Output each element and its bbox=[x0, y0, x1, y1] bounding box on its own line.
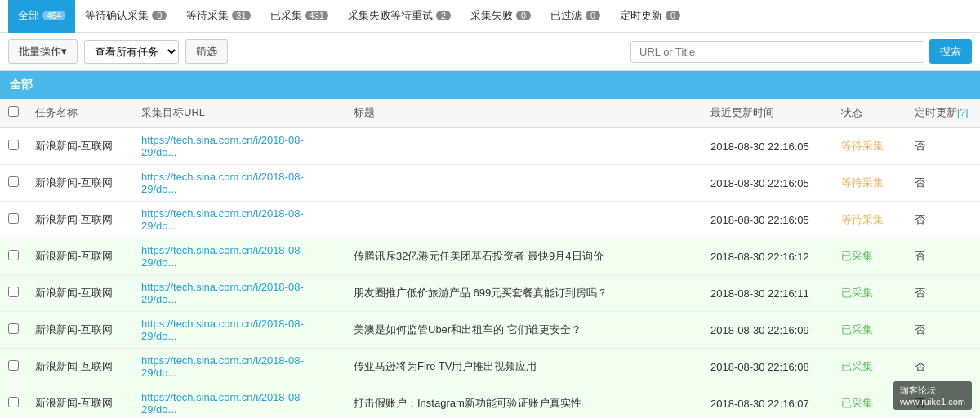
timer-help-link[interactable]: [?] bbox=[957, 107, 968, 118]
task-name: 新浪新闻-互联网 bbox=[27, 202, 133, 238]
task-title bbox=[345, 127, 702, 165]
table-row: 新浪新闻-互联网https://tech.sina.com.cn/i/2018-… bbox=[0, 127, 980, 165]
status-badge: 等待采集 bbox=[833, 165, 906, 202]
task-url[interactable]: https://tech.sina.com.cn/i/2018-08-29/do… bbox=[141, 281, 304, 305]
header-task-name: 任务名称 bbox=[27, 99, 133, 127]
task-timer: 否 bbox=[906, 312, 980, 349]
task-title bbox=[345, 202, 702, 238]
header-checkbox[interactable] bbox=[0, 99, 27, 127]
watermark-line1: 瑞客论坛 bbox=[900, 385, 965, 397]
task-time: 2018-08-30 22:16:12 bbox=[702, 238, 833, 275]
tab-badge-failed: 0 bbox=[516, 11, 531, 20]
status-badge: 已采集 bbox=[833, 238, 906, 275]
row-checkbox[interactable] bbox=[8, 140, 19, 150]
row-checkbox[interactable] bbox=[8, 397, 19, 407]
status-badge: 等待采集 bbox=[833, 127, 906, 165]
tab-badge-filtered: 0 bbox=[586, 11, 600, 20]
tab-item-retry[interactable]: 采集失败等待重试 2 bbox=[338, 0, 461, 33]
task-url[interactable]: https://tech.sina.com.cn/i/2018-08-29/do… bbox=[141, 318, 304, 342]
tab-bar: 全部 464等待确认采集 0等待采集 31已采集 431采集失败等待重试 2采集… bbox=[0, 0, 980, 33]
search-button[interactable]: 搜索 bbox=[929, 39, 972, 64]
row-checkbox[interactable] bbox=[8, 360, 19, 371]
task-url[interactable]: https://tech.sina.com.cn/i/2018-08-29/do… bbox=[141, 354, 304, 379]
table-row: 新浪新闻-互联网https://tech.sina.com.cn/i/2018-… bbox=[0, 275, 980, 312]
tab-badge-waiting: 31 bbox=[232, 11, 250, 20]
view-select[interactable]: 查看所有任务 bbox=[84, 40, 179, 64]
task-title bbox=[345, 165, 702, 202]
header-timer: 定时更新[?] bbox=[906, 99, 980, 127]
header-timer-label: 定时更新 bbox=[915, 106, 957, 118]
table-row: 新浪新闻-互联网https://tech.sina.com.cn/i/2018-… bbox=[0, 238, 980, 275]
tab-badge-confirm: 0 bbox=[152, 11, 167, 20]
header-time: 最近更新时间 bbox=[702, 99, 833, 127]
task-timer: 否 bbox=[906, 165, 980, 202]
task-name: 新浪新闻-互联网 bbox=[27, 385, 133, 419]
task-name: 新浪新闻-互联网 bbox=[27, 127, 133, 165]
task-time: 2018-08-30 22:16:07 bbox=[702, 385, 833, 419]
row-checkbox[interactable] bbox=[8, 250, 19, 260]
task-time: 2018-08-30 22:16:05 bbox=[702, 165, 833, 202]
task-name: 新浪新闻-互联网 bbox=[27, 275, 133, 312]
header-url: 采集目标URL bbox=[133, 99, 345, 127]
select-all-checkbox[interactable] bbox=[8, 106, 19, 117]
header-status: 状态 bbox=[833, 99, 906, 127]
task-title: 美澳是如何监管Uber和出租车的 它们谁更安全？ bbox=[345, 312, 702, 349]
table-row: 新浪新闻-互联网https://tech.sina.com.cn/i/2018-… bbox=[0, 312, 980, 349]
search-input[interactable] bbox=[630, 41, 924, 63]
table-row: 新浪新闻-互联网https://tech.sina.com.cn/i/2018-… bbox=[0, 165, 980, 202]
section-title: 全部 bbox=[10, 78, 33, 91]
tab-badge-collected: 431 bbox=[305, 11, 328, 20]
task-title: 打击假账户：Instagram新功能可验证账户真实性 bbox=[345, 385, 702, 419]
batch-action-button[interactable]: 批量操作▾ bbox=[8, 39, 78, 64]
task-timer: 否 bbox=[906, 238, 980, 275]
tab-item-collected[interactable]: 已采集 431 bbox=[261, 0, 338, 33]
toolbar-right: 搜索 bbox=[630, 39, 972, 64]
tab-item-timed[interactable]: 定时更新 0 bbox=[610, 0, 690, 33]
task-url[interactable]: https://tech.sina.com.cn/i/2018-08-29/do… bbox=[141, 244, 304, 269]
status-badge: 已采集 bbox=[833, 312, 906, 349]
tab-item-confirm[interactable]: 等待确认采集 0 bbox=[75, 0, 176, 33]
task-time: 2018-08-30 22:16:09 bbox=[702, 312, 833, 349]
toolbar: 批量操作▾ 查看所有任务 筛选 搜索 bbox=[0, 33, 980, 71]
task-timer: 否 bbox=[906, 349, 980, 385]
status-badge: 等待采集 bbox=[833, 202, 906, 238]
tab-badge-all: 464 bbox=[42, 11, 65, 20]
task-title: 传亚马逊将为Fire TV用户推出视频应用 bbox=[345, 349, 702, 385]
task-url[interactable]: https://tech.sina.com.cn/i/2018-08-29/do… bbox=[141, 391, 304, 416]
watermark: 瑞客论坛 www.ruike1.com bbox=[893, 381, 972, 410]
data-table: 任务名称 采集目标URL 标题 最近更新时间 状态 定时更新[?] 新浪新闻-互… bbox=[0, 99, 980, 418]
table-body: 新浪新闻-互联网https://tech.sina.com.cn/i/2018-… bbox=[0, 127, 980, 418]
task-time: 2018-08-30 22:16:11 bbox=[702, 275, 833, 312]
task-name: 新浪新闻-互联网 bbox=[27, 349, 133, 385]
task-timer: 否 bbox=[906, 127, 980, 165]
task-time: 2018-08-30 22:16:05 bbox=[702, 202, 833, 238]
task-url[interactable]: https://tech.sina.com.cn/i/2018-08-29/do… bbox=[141, 207, 304, 232]
task-timer: 否 bbox=[906, 275, 980, 312]
watermark-line2: www.ruike1.com bbox=[900, 397, 965, 407]
task-time: 2018-08-30 22:16:05 bbox=[702, 127, 833, 165]
section-header: 全部 bbox=[0, 71, 980, 99]
task-time: 2018-08-30 22:16:08 bbox=[702, 349, 833, 385]
task-title: 朋友圈推广低价旅游产品 699元买套餐真能订到房吗？ bbox=[345, 275, 702, 312]
tab-badge-retry: 2 bbox=[436, 11, 451, 20]
status-badge: 已采集 bbox=[833, 349, 906, 385]
toolbar-left: 批量操作▾ 查看所有任务 筛选 bbox=[8, 39, 624, 64]
task-title: 传腾讯斥32亿港元任美团基石投资者 最快9月4日询价 bbox=[345, 238, 702, 275]
tab-item-failed[interactable]: 采集失败 0 bbox=[461, 0, 541, 33]
table-row: 新浪新闻-互联网https://tech.sina.com.cn/i/2018-… bbox=[0, 385, 980, 419]
row-checkbox[interactable] bbox=[8, 176, 19, 187]
tab-badge-timed: 0 bbox=[666, 11, 680, 20]
table-header: 任务名称 采集目标URL 标题 最近更新时间 状态 定时更新[?] bbox=[0, 99, 980, 127]
tab-item-filtered[interactable]: 已过滤 0 bbox=[541, 0, 610, 33]
tab-item-waiting[interactable]: 等待采集 31 bbox=[176, 0, 260, 33]
tab-item-all[interactable]: 全部 464 bbox=[8, 0, 75, 33]
task-name: 新浪新闻-互联网 bbox=[27, 238, 133, 275]
header-title: 标题 bbox=[345, 99, 702, 127]
row-checkbox[interactable] bbox=[8, 287, 19, 297]
row-checkbox[interactable] bbox=[8, 323, 19, 334]
task-url[interactable]: https://tech.sina.com.cn/i/2018-08-29/do… bbox=[141, 134, 304, 158]
row-checkbox[interactable] bbox=[8, 213, 19, 224]
task-url[interactable]: https://tech.sina.com.cn/i/2018-08-29/do… bbox=[141, 171, 304, 195]
filter-button[interactable]: 筛选 bbox=[185, 39, 228, 64]
task-name: 新浪新闻-互联网 bbox=[27, 312, 133, 349]
